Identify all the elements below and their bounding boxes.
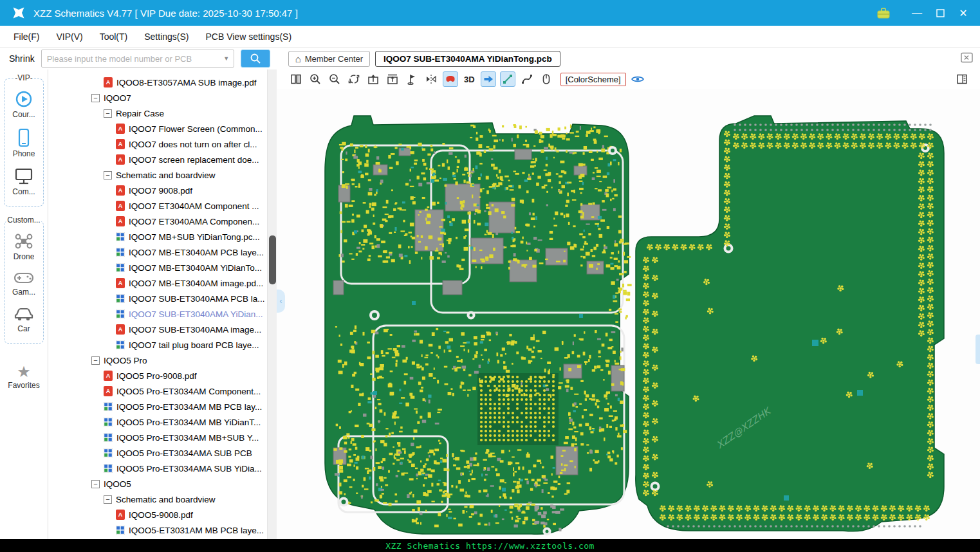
- tree-scrollbar[interactable]: [267, 69, 277, 539]
- split-view-button[interactable]: [288, 71, 304, 87]
- layers-panel-icon: [956, 73, 968, 86]
- tree-item[interactable]: −Schematic and boardview: [48, 167, 267, 183]
- sidebar-item-favorites[interactable]: ★ Favorites: [8, 364, 39, 390]
- diagonal-measure-button[interactable]: [500, 71, 515, 87]
- pdf-file-icon: A: [116, 278, 125, 288]
- tree-item[interactable]: AIQOO7 SUB-ET3040AMA image...: [48, 322, 267, 337]
- fit-view-button[interactable]: [346, 71, 362, 87]
- sidebar-item-phone[interactable]: Phone: [13, 128, 35, 158]
- tree-item[interactable]: IQOO7 SUB-ET3040AMA YiDian...: [48, 306, 267, 322]
- vip-briefcase-icon[interactable]: [876, 6, 891, 20]
- tree-item-label: Schematic and boardview: [116, 170, 216, 180]
- collapse-icon[interactable]: −: [104, 109, 112, 118]
- collapse-icon[interactable]: −: [104, 495, 112, 504]
- mouse-icon: [540, 73, 553, 86]
- menu-settings[interactable]: Settings(S): [136, 26, 197, 47]
- tree-item[interactable]: IQOO5 Pro-ET3034AM MB PCB lay...: [48, 399, 267, 414]
- member-center-button[interactable]: ⌂ Member Center: [288, 51, 370, 67]
- tree-item[interactable]: AIQOO8-ET3057AMA SUB image.pdf: [48, 75, 267, 90]
- right-panel-handle[interactable]: [975, 335, 980, 364]
- arrow-tool-button[interactable]: [481, 71, 496, 87]
- sidebar-item-course[interactable]: Cour...: [12, 90, 35, 119]
- open-file-tab[interactable]: IQOO7 SUB-ET3040AMA YiDianTong.pcb: [375, 51, 560, 67]
- close-button[interactable]: ✕: [952, 3, 975, 23]
- pcb-toolbar: 3D: [277, 69, 980, 89]
- menu-file[interactable]: File(F): [5, 26, 48, 47]
- custom-group-label: Custom...: [6, 216, 41, 225]
- toolbar: Shrink ▼ ⌂ Member Center IQOO7 SUB-ET304…: [0, 48, 980, 69]
- pin-button[interactable]: [404, 71, 420, 87]
- bottom-layer-button[interactable]: [385, 71, 400, 87]
- tree-item-label: IQOO7 9008.pdf: [129, 186, 192, 196]
- tree-collapse-handle[interactable]: ‹: [277, 290, 285, 313]
- tree-item[interactable]: IQOO5 Pro-ET3034AMA SUB PCB: [48, 445, 267, 461]
- member-center-label: Member Center: [305, 54, 363, 64]
- tree-item[interactable]: AIQOO7 Flower Screen (Common...: [48, 121, 267, 136]
- maximize-button[interactable]: [929, 3, 952, 23]
- tree-item[interactable]: −IQOO5: [48, 476, 267, 492]
- tree-item[interactable]: −IQOO5 Pro: [48, 353, 267, 368]
- pcb-canvas[interactable]: XZZ@XZZHK ‹: [277, 89, 980, 539]
- collapse-icon[interactable]: −: [104, 171, 112, 179]
- visibility-button[interactable]: [630, 71, 645, 87]
- tree-item[interactable]: IQOO7 MB+SUB YiDianTong.pc...: [48, 229, 267, 244]
- colorscheme-button[interactable]: [ColorScheme]: [560, 73, 626, 86]
- red-overlay-toggle[interactable]: [443, 71, 458, 87]
- board-file-icon: [116, 232, 125, 241]
- tree-item-label: IQOO7 tail plug board PCB laye...: [129, 340, 259, 350]
- 3d-button[interactable]: 3D: [462, 75, 477, 84]
- shrink-button[interactable]: Shrink: [5, 53, 39, 64]
- collapse-icon[interactable]: −: [91, 356, 100, 365]
- tree-scrollbar-thumb[interactable]: [269, 235, 276, 284]
- tree-item[interactable]: AIQOO7 ET3040AM Component ...: [48, 198, 267, 214]
- tree-item[interactable]: IQOO7 SUB-ET3040AMA PCB la...: [48, 291, 267, 306]
- minimize-button[interactable]: —: [905, 3, 929, 23]
- tree-item[interactable]: IQOO7 MB-ET3040AM YiDianTo...: [48, 260, 267, 275]
- sidebar-item-game[interactable]: Gam...: [12, 270, 35, 297]
- zoom-out-button[interactable]: [327, 71, 342, 87]
- search-dropdown-caret-icon[interactable]: ▼: [219, 50, 234, 67]
- tree-item[interactable]: AIQOO7 does not turn on after cl...: [48, 136, 267, 152]
- tree-item[interactable]: AIQOO7 screen replacement doe...: [48, 152, 267, 167]
- sidebar-item-drone[interactable]: Drone: [14, 232, 35, 261]
- menu-vip[interactable]: VIP(V): [48, 26, 91, 47]
- collapse-icon[interactable]: −: [91, 94, 100, 102]
- favorites-label: Favorites: [8, 381, 39, 390]
- pcb-boards-drawing: XZZ@XZZHK: [277, 89, 980, 539]
- tree-item[interactable]: IQOO7 MB-ET3040AM PCB laye...: [48, 244, 267, 260]
- tree-item[interactable]: IQOO5 Pro-ET3034AMA SUB YiDia...: [48, 461, 267, 476]
- search-input[interactable]: [42, 54, 219, 64]
- mouse-settings-button[interactable]: [539, 71, 554, 87]
- top-layer-icon: [367, 73, 380, 86]
- menu-pcb-view-settings[interactable]: PCB View settings(S): [197, 26, 300, 47]
- zoom-in-button[interactable]: [308, 71, 323, 87]
- zoom-in-icon: [309, 73, 322, 86]
- close-file-button[interactable]: [961, 52, 974, 66]
- top-layer-button[interactable]: [365, 71, 381, 87]
- tree-item[interactable]: IQOO5 Pro-ET3034AM MB+SUB Y...: [48, 430, 267, 445]
- tree-item[interactable]: −Schematic and boardview: [48, 492, 267, 507]
- search-button[interactable]: [241, 50, 270, 68]
- tree-item[interactable]: IQOO7 tail plug board PCB laye...: [48, 337, 267, 353]
- tree-item[interactable]: AIQOO7 ET3040AMA Componen...: [48, 214, 267, 229]
- sidebar-item-computer[interactable]: Com...: [12, 167, 35, 196]
- curve-tool-button[interactable]: [519, 71, 535, 87]
- flip-button[interactable]: [423, 71, 439, 87]
- tree-item[interactable]: AIQOO5 Pro-9008.pdf: [48, 368, 267, 383]
- tree-item[interactable]: −Repair Case: [48, 106, 267, 121]
- bottom-layer-icon: [386, 73, 399, 86]
- tree-item[interactable]: AIQOO5 Pro-ET3034AM Component...: [48, 383, 267, 399]
- tree-item[interactable]: AIQOO7 MB-ET3040AM image.pd...: [48, 275, 267, 291]
- tree-item[interactable]: IQOO5 Pro-ET3034AM MB YiDianT...: [48, 414, 267, 430]
- tree-item-label: IQOO7 ET3040AM Component ...: [129, 201, 259, 211]
- board-file-icon: [104, 418, 113, 427]
- tree-item[interactable]: AIQOO7 9008.pdf: [48, 183, 267, 198]
- sidebar-item-car[interactable]: Car: [14, 306, 34, 333]
- tree-item[interactable]: IQOO5-ET3031AM MB PCB laye...: [48, 522, 267, 538]
- menu-tool[interactable]: Tool(T): [91, 26, 136, 47]
- collapse-icon[interactable]: −: [91, 480, 100, 488]
- tree-item[interactable]: −IQOO7: [48, 90, 267, 106]
- search-combobox[interactable]: ▼: [41, 50, 234, 68]
- tree-item[interactable]: AIQOO5-9008.pdf: [48, 507, 267, 522]
- layers-panel-button[interactable]: [954, 71, 970, 87]
